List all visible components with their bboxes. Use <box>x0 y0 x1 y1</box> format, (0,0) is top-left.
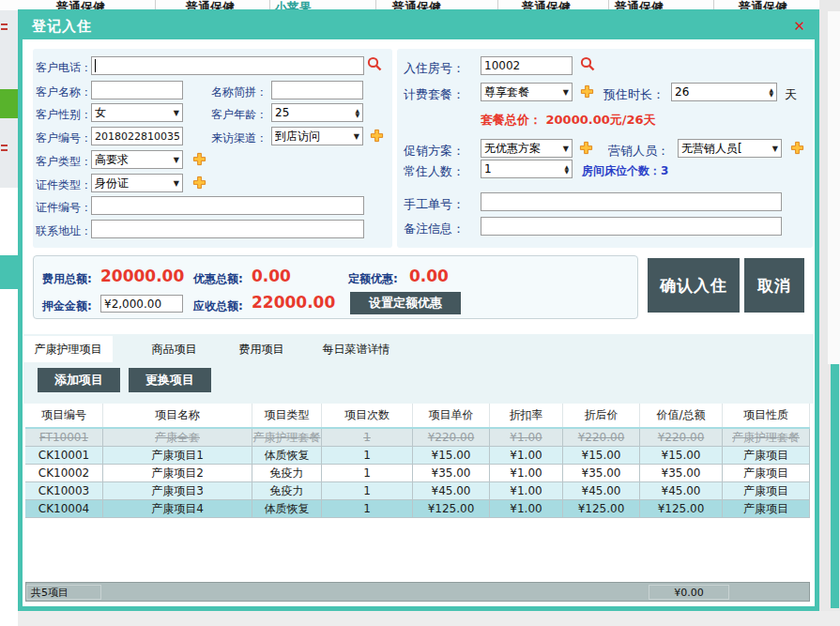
search-customer-icon[interactable] <box>367 56 382 75</box>
table-cell: ¥1.00 <box>490 429 563 446</box>
column-header[interactable]: 折后价 <box>563 404 640 427</box>
table-cell: FT10001 <box>25 429 103 446</box>
table-cell: CK10002 <box>25 465 103 481</box>
id-type-select[interactable]: 身份证 ▼ <box>91 174 183 192</box>
column-header[interactable]: 项目编号 <box>25 404 103 427</box>
room-input[interactable] <box>481 56 573 75</box>
remark-input[interactable] <box>481 217 782 236</box>
tab-fee-items[interactable]: 费用项目 <box>217 336 306 362</box>
residents-stepper[interactable]: 1 ▲▼ <box>481 160 573 178</box>
table-cell: ¥15.00 <box>413 447 490 464</box>
add-channel-icon[interactable] <box>370 129 384 146</box>
fixed-discount-label: 定额优惠: <box>348 271 398 287</box>
column-header[interactable]: 项目性质 <box>723 404 810 427</box>
spin-down-icon[interactable]: ▼ <box>355 113 359 117</box>
table-row[interactable]: CK10004产康项目4体质恢复1¥125.00¥1.00¥125.00¥125… <box>25 500 810 518</box>
channel-select[interactable]: 到店访问 ▼ <box>271 127 363 145</box>
table-row[interactable]: CK10002产康项目2免疫力1¥35.00¥1.00¥35.00¥35.00产… <box>25 465 810 482</box>
table-cell: 体质恢复 <box>252 447 322 464</box>
column-header[interactable]: 项目类型 <box>252 404 322 427</box>
promo-label: 促销方案： <box>404 143 465 160</box>
table-cell: ¥1.00 <box>490 465 563 481</box>
chevron-down-icon: ▼ <box>563 145 569 153</box>
pinyin-input[interactable] <box>271 81 363 99</box>
table-cell: 产康项目1 <box>103 447 252 464</box>
table-cell: 体质恢复 <box>252 500 322 517</box>
add-item-button[interactable]: 添加项目 <box>38 368 120 392</box>
age-stepper[interactable]: 25 ▲▼ <box>271 103 363 122</box>
column-header[interactable]: 折扣率 <box>490 404 563 427</box>
background-red-mark <box>1 149 8 151</box>
room-label: 入住房号： <box>404 60 465 77</box>
phone-input[interactable] <box>91 56 364 75</box>
gender-label: 客户性别： <box>36 107 92 123</box>
search-room-icon[interactable] <box>580 56 595 75</box>
column-header[interactable]: 项目名称 <box>103 404 252 427</box>
table-cell: 1 <box>322 447 413 464</box>
table-cell: 产康护理套餐 <box>723 429 810 446</box>
table-row[interactable]: FT10001产康全套产康护理套餐1¥220.00¥1.00¥220.00¥22… <box>25 429 810 447</box>
name-input[interactable] <box>91 81 183 99</box>
add-customer-type-icon[interactable] <box>192 152 206 170</box>
chevron-down-icon: ▼ <box>174 179 179 188</box>
chevron-down-icon: ▼ <box>563 88 569 97</box>
items-footer-bar: 共5项目 ¥0.00 <box>25 582 810 602</box>
tab-daily-menu[interactable]: 每日菜谱详情 <box>302 336 410 362</box>
spin-down-icon[interactable]: ▼ <box>769 92 773 97</box>
table-cell: 产康项目2 <box>103 465 252 481</box>
close-icon[interactable]: ✕ <box>793 18 805 35</box>
table-cell: 1 <box>322 500 413 517</box>
table-cell: ¥35.00 <box>640 465 723 481</box>
dialog-titlebar[interactable]: 登记入住 ✕ <box>23 14 815 39</box>
manual-no-input[interactable] <box>481 192 782 211</box>
table-cell: 产康项目 <box>723 482 810 499</box>
dialog-title: 登记入住 <box>32 18 92 36</box>
background-bottom-strip <box>18 611 840 626</box>
table-cell: CK10003 <box>25 482 103 499</box>
add-marketer-icon[interactable] <box>790 141 804 159</box>
replace-item-button[interactable]: 更换项目 <box>129 368 211 392</box>
chevron-down-icon: ▼ <box>354 132 359 141</box>
tab-goods-items[interactable]: 商品项目 <box>130 336 219 362</box>
items-table-body: FT10001产康全套产康护理套餐1¥220.00¥1.00¥220.00¥22… <box>25 429 810 518</box>
add-promo-icon[interactable] <box>579 141 593 159</box>
address-input[interactable] <box>91 220 364 238</box>
column-header[interactable]: 项目次数 <box>322 404 413 427</box>
customer-type-select[interactable]: 高要求 ▼ <box>91 150 183 169</box>
deposit-input[interactable] <box>100 295 183 313</box>
customer-no-input[interactable] <box>91 127 183 145</box>
add-id-type-icon[interactable] <box>192 176 206 193</box>
add-package-icon[interactable] <box>580 84 594 102</box>
set-fixed-discount-button[interactable]: 设置定额优惠 <box>350 292 461 314</box>
items-table: 项目编号项目名称项目类型项目次数项目单价折扣率折后价价值/总额项目性质 FT10… <box>25 404 810 518</box>
text-caret <box>95 59 96 72</box>
marketer-select[interactable]: 无营销人员[ ▼ <box>678 139 782 158</box>
table-cell: 产康护理套餐 <box>252 429 322 446</box>
table-row[interactable]: CK10003产康项目3免疫力1¥45.00¥1.00¥45.00¥45.00产… <box>25 482 810 500</box>
duration-stepper[interactable]: 26 ▲▼ <box>671 83 777 101</box>
table-cell: ¥45.00 <box>413 482 490 499</box>
column-header[interactable]: 价值/总额 <box>640 404 723 427</box>
promo-select[interactable]: 无优惠方案 ▼ <box>481 139 573 158</box>
table-cell: CK10001 <box>25 447 103 464</box>
background-green-block <box>0 89 18 118</box>
tab-care-items[interactable]: 产康护理项目 <box>23 336 113 362</box>
spin-down-icon[interactable]: ▼ <box>564 169 569 174</box>
table-cell: 产康项目 <box>723 500 810 517</box>
items-count: 共5项目 <box>26 585 101 600</box>
table-row[interactable]: CK10001产康项目1体质恢复1¥15.00¥1.00¥15.00¥15.00… <box>25 447 810 465</box>
id-number-input[interactable] <box>91 196 364 215</box>
confirm-checkin-button[interactable]: 确认入住 <box>648 258 740 313</box>
background-right-strip <box>828 11 840 364</box>
table-cell: 产康全套 <box>103 429 252 446</box>
column-header[interactable]: 项目单价 <box>413 404 490 427</box>
cancel-button[interactable]: 取消 <box>744 258 804 313</box>
table-cell: 产康项目4 <box>103 500 252 517</box>
footer-amount: ¥0.00 <box>649 585 729 600</box>
package-select[interactable]: 尊享套餐 ▼ <box>481 83 573 101</box>
table-cell: ¥45.00 <box>640 482 723 499</box>
table-cell: ¥220.00 <box>640 429 723 446</box>
gender-select[interactable]: 女 ▼ <box>91 103 183 122</box>
background-teal-block <box>0 255 18 289</box>
table-cell: ¥1.00 <box>490 500 563 517</box>
